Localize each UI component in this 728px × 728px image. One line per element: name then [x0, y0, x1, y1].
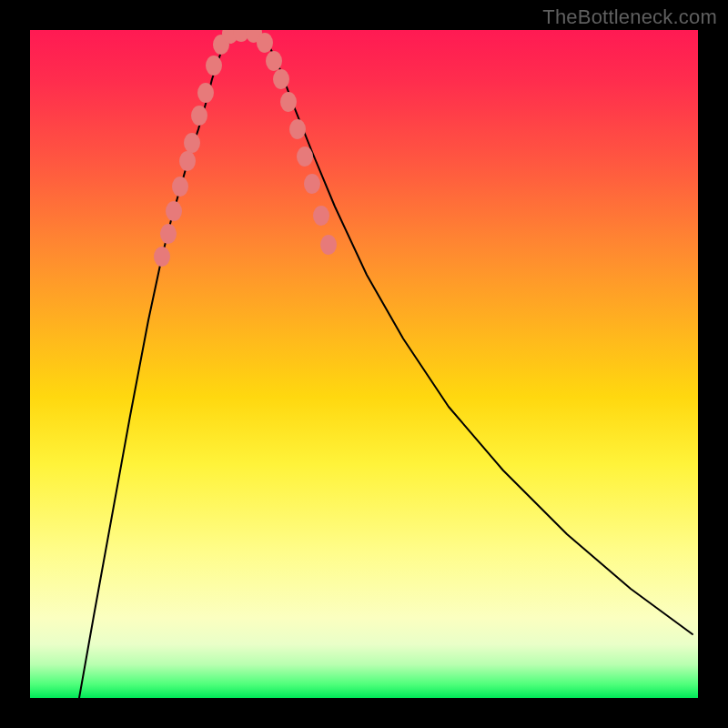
curve-marker — [273, 69, 289, 89]
curve-marker — [191, 106, 207, 126]
curve-marker — [266, 51, 282, 71]
curve-marker — [197, 83, 214, 103]
curve-marker — [166, 201, 182, 221]
chart-frame: TheBottleneck.com — [0, 0, 728, 728]
curve-marker — [179, 151, 196, 171]
curve-marker — [206, 56, 222, 76]
plot-area — [30, 30, 698, 698]
curve-marker — [297, 147, 313, 167]
bottleneck-curve — [79, 32, 693, 698]
curve-marker — [154, 247, 170, 267]
curve-marker — [184, 133, 200, 153]
chart-svg — [30, 30, 698, 698]
curve-marker — [289, 119, 306, 139]
curve-marker — [257, 33, 273, 53]
curve-marker — [172, 177, 188, 197]
curve-markers — [154, 30, 337, 267]
curve-marker — [304, 174, 320, 194]
curve-marker — [160, 224, 177, 244]
watermark-text: TheBottleneck.com — [542, 5, 717, 29]
curve-marker — [320, 235, 337, 255]
curve-marker — [280, 92, 297, 112]
curve-marker — [313, 206, 329, 226]
